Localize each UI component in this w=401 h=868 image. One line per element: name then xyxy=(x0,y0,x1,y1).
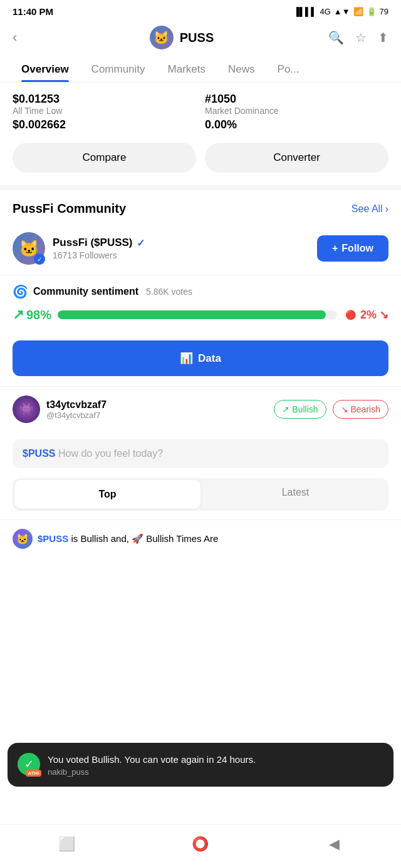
sentiment-bar-row: ↗ 98% 🔴 2% ↘ xyxy=(13,307,388,323)
share-icon[interactable]: ⬆ xyxy=(378,30,388,45)
post-username: t34ytcvbzaf7 xyxy=(46,399,107,411)
coin-name: PUSS xyxy=(180,31,214,45)
community-text: PussFi ($PUSS) ✓ 16713 Followers xyxy=(53,237,145,260)
compare-button[interactable]: Compare xyxy=(13,143,196,173)
post-avatar: 👾 xyxy=(13,396,40,423)
wifi-icon2: 📶 xyxy=(353,7,363,16)
feed-avatar: 🐱 xyxy=(13,529,33,549)
action-buttons: Compare Converter xyxy=(0,136,401,185)
toast-subtext: nakib_puss xyxy=(48,767,256,777)
sentiment-label: Community sentiment xyxy=(33,286,138,297)
wifi-icon: ▲▼ xyxy=(334,7,350,16)
community-section-title: PussFi Community xyxy=(13,202,126,216)
follow-label: Follow xyxy=(341,243,373,254)
chevron-right-icon: › xyxy=(385,203,388,215)
coin-icon: 🐱 xyxy=(150,26,174,49)
rank-value: #1050 xyxy=(205,93,388,106)
post-actions: ↗ Bullish ↘ Bearish xyxy=(274,400,388,419)
community-avatar: 🐱 ✓ xyxy=(13,232,45,265)
battery-icon: 🔋 xyxy=(367,7,377,16)
status-icons: ▐▌▌▌ 4G ▲▼ 📶 🔋 79 xyxy=(294,7,388,16)
data-button[interactable]: 📊 Data xyxy=(13,340,388,376)
post-handle: @t34ytcvbzaf7 xyxy=(46,411,107,420)
community-account-name: PussFi ($PUSS) ✓ xyxy=(53,237,145,249)
bearish-tag-arrow: ↘ xyxy=(341,404,348,414)
search-icon[interactable]: 🔍 xyxy=(328,30,344,45)
back-button[interactable]: ‹ xyxy=(13,29,35,46)
bullish-percentage: ↗ 98% xyxy=(13,307,51,323)
data-icon: 📊 xyxy=(180,352,193,365)
battery-level: 79 xyxy=(380,7,388,16)
feed-tabs: Top Latest xyxy=(13,478,388,511)
post-user-text: t34ytcvbzaf7 @t34ytcvbzaf7 xyxy=(46,399,107,420)
toast-icon-container: ✓ ATH! xyxy=(18,753,40,775)
ath-badge: ATH! xyxy=(26,770,41,777)
converter-button[interactable]: Converter xyxy=(205,143,388,173)
nav-home-button[interactable]: ⭕ xyxy=(187,830,214,858)
status-bar: 11:40 PM ▐▌▌▌ 4G ▲▼ 📶 🔋 79 xyxy=(0,0,401,21)
data-label: Data xyxy=(198,352,221,365)
signal-icon: ▐▌▌▌ xyxy=(294,7,317,16)
bearish-tag-button[interactable]: ↘ Bearish xyxy=(333,400,388,419)
market-dom-value: 0.00% xyxy=(205,118,388,131)
tabs-bar: Overview Community Markets News Po... xyxy=(0,57,401,83)
sentiment-bar-fill xyxy=(58,310,326,319)
star-icon[interactable]: ☆ xyxy=(355,30,367,45)
bullish-tag-label: Bullish xyxy=(292,404,318,414)
circle-icon: ⭕ xyxy=(192,836,209,852)
bearish-dot-icon: 🔴 xyxy=(343,309,358,320)
square-icon: ⬜ xyxy=(58,836,75,852)
feed-item-row: 🐱 $PUSS is Bullish and, 🚀 Bullish Times … xyxy=(13,529,388,549)
feed-item: 🐱 $PUSS is Bullish and, 🚀 Bullish Times … xyxy=(0,519,401,558)
see-all-button[interactable]: See All › xyxy=(352,203,388,215)
rank-item: #1050 Market Dominance 0.00% xyxy=(205,93,388,131)
feed-body: is Bullish and, 🚀 Bullish Times Are xyxy=(71,533,218,544)
tab-community[interactable]: Community xyxy=(80,57,157,82)
sentiment-icon: 🌀 xyxy=(13,284,28,299)
all-time-low-value: $0.002662 xyxy=(13,118,196,131)
tab-overview[interactable]: Overview xyxy=(10,57,80,82)
feed-tab-latest[interactable]: Latest xyxy=(202,478,388,511)
feed-ticker: $PUSS xyxy=(38,533,68,544)
see-all-label: See All xyxy=(352,203,383,215)
post-area: 👾 t34ytcvbzaf7 @t34ytcvbzaf7 ↗ Bullish ↘… xyxy=(0,386,401,439)
status-time: 11:40 PM xyxy=(13,6,53,17)
bullish-tag-arrow: ↗ xyxy=(282,404,289,414)
current-price-item: $0.01253 All Time Low $0.002662 xyxy=(13,93,196,131)
bearish-tag-label: Bearish xyxy=(351,404,380,414)
community-info: 🐱 ✓ PussFi ($PUSS) ✓ 16713 Followers xyxy=(13,232,145,265)
header: ‹ 🐱 PUSS 🔍 ☆ ⬆ xyxy=(0,21,401,57)
tab-news[interactable]: News xyxy=(217,57,266,82)
post-input-area[interactable]: $PUSS How do you feel today? xyxy=(13,439,388,468)
nav-square-button[interactable]: ⬜ xyxy=(53,830,81,858)
input-placeholder-text: How do you feel today? xyxy=(58,448,163,459)
input-ticker: $PUSS xyxy=(23,448,55,459)
sentiment-section: 🌀 Community sentiment 5.86K votes ↗ 98% … xyxy=(0,275,401,340)
sentiment-votes: 5.86K votes xyxy=(146,287,192,297)
sentiment-bar-track xyxy=(58,310,337,319)
bullish-tag-button[interactable]: ↗ Bullish xyxy=(274,400,326,419)
bullish-arrow-icon: ↗ xyxy=(13,307,24,323)
post-user-row: 👾 t34ytcvbzaf7 @t34ytcvbzaf7 ↗ Bullish ↘… xyxy=(13,396,388,423)
tab-portfolio[interactable]: Po... xyxy=(266,57,311,82)
network-label: 4G xyxy=(320,7,330,16)
sentiment-header: 🌀 Community sentiment 5.86K votes xyxy=(13,284,388,299)
follow-button[interactable]: + Follow xyxy=(317,235,388,262)
bearish-percentage: 🔴 2% ↘ xyxy=(343,308,388,322)
header-title-group: 🐱 PUSS xyxy=(150,26,214,49)
nav-back-button[interactable]: ◀ xyxy=(320,830,348,858)
feed-tab-top[interactable]: Top xyxy=(14,480,200,509)
market-dom-label: Market Dominance xyxy=(205,106,388,116)
tab-markets[interactable]: Markets xyxy=(157,57,217,82)
followers-count: 16713 Followers xyxy=(53,250,145,260)
all-time-low-label: All Time Low xyxy=(13,106,196,116)
bearish-arrow-icon: ↘ xyxy=(379,308,388,322)
bottom-nav: ⬜ ⭕ ◀ xyxy=(0,824,401,868)
community-card: 🐱 ✓ PussFi ($PUSS) ✓ 16713 Followers + F… xyxy=(0,225,401,275)
post-user-info: 👾 t34ytcvbzaf7 @t34ytcvbzaf7 xyxy=(13,396,107,423)
toast-message: You voted Bullish. You can vote again in… xyxy=(48,753,256,766)
header-actions: 🔍 ☆ ⬆ xyxy=(328,30,388,45)
feed-text: $PUSS is Bullish and, 🚀 Bullish Times Ar… xyxy=(38,532,218,546)
current-price-value: $0.01253 xyxy=(13,93,196,106)
price-section: $0.01253 All Time Low $0.002662 #1050 Ma… xyxy=(0,83,401,136)
